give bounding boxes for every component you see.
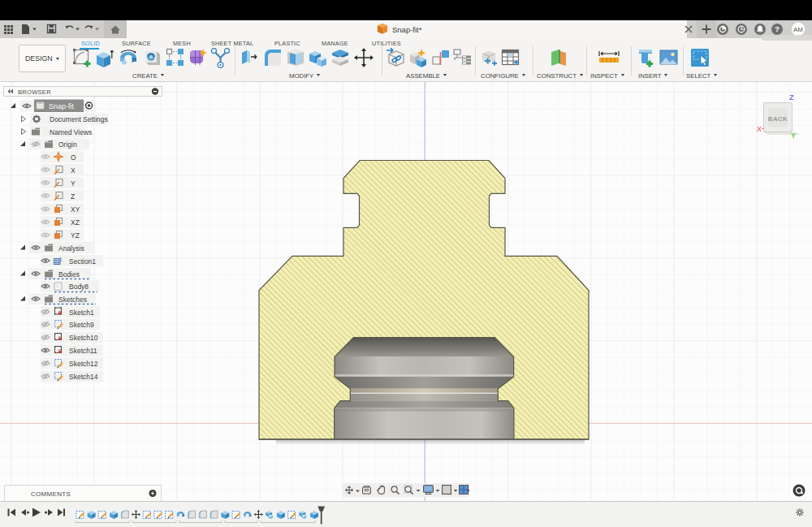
svg-text:XZ: XZ <box>71 218 80 227</box>
svg-text:X: X <box>71 166 76 175</box>
svg-text:Z: Z <box>71 192 75 201</box>
svg-text:Analysis: Analysis <box>58 244 84 253</box>
svg-text:Sketches: Sketches <box>58 296 87 304</box>
svg-text:Named Views: Named Views <box>50 128 92 136</box>
svg-text:Document Settings: Document Settings <box>50 115 108 123</box>
svg-text:XY: XY <box>71 205 80 214</box>
svg-text:Sketch11: Sketch11 <box>69 347 97 355</box>
svg-text:Section1: Section1 <box>69 257 96 266</box>
svg-text:Sketch12: Sketch12 <box>69 360 98 368</box>
svg-text:Sketch14: Sketch14 <box>69 373 98 381</box>
svg-text:Y: Y <box>791 132 796 140</box>
svg-text:AM: AM <box>793 26 803 33</box>
svg-text:Body8: Body8 <box>69 283 89 291</box>
svg-text:Snap-fit*: Snap-fit* <box>392 25 422 34</box>
svg-text:Sketch9: Sketch9 <box>69 321 94 329</box>
svg-text:Bodies: Bodies <box>58 270 80 279</box>
svg-text:Origin: Origin <box>58 140 77 149</box>
svg-text:O: O <box>71 153 76 162</box>
svg-text:Sketch10: Sketch10 <box>69 334 98 342</box>
svg-text:?: ? <box>775 24 780 33</box>
svg-text:Y: Y <box>71 179 76 188</box>
svg-text:YZ: YZ <box>71 231 80 240</box>
svg-text:X: X <box>757 125 762 133</box>
svg-text:Z: Z <box>789 93 794 102</box>
svg-text:Sketch1: Sketch1 <box>69 309 94 317</box>
svg-text:Snap-fit: Snap-fit <box>49 102 75 110</box>
svg-text:BACK: BACK <box>768 115 788 123</box>
